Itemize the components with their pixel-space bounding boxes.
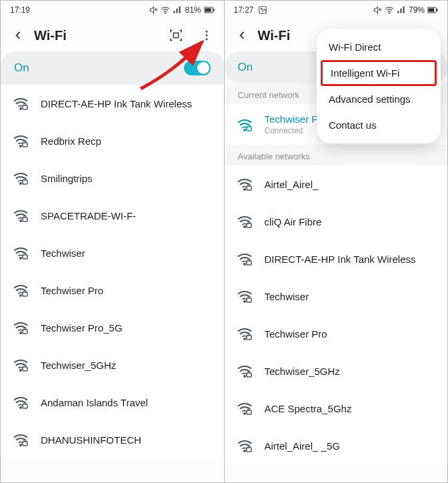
status-time: 17:19 — [10, 5, 30, 15]
network-row[interactable]: Techwiser — [1, 234, 224, 272]
mute-icon — [149, 5, 158, 15]
more-menu-button[interactable] — [195, 23, 219, 47]
status-time: 17:27 — [234, 5, 254, 15]
wifi-secure-icon — [11, 281, 30, 300]
network-name: Techwiser Pro — [265, 328, 435, 340]
wifi-secure-icon — [235, 115, 254, 134]
svg-point-53 — [244, 413, 245, 414]
menu-item[interactable]: Wi-Fi Direct — [317, 34, 441, 60]
wifi-secure-icon — [11, 94, 30, 113]
wifi-secure-icon — [11, 131, 30, 150]
wifi-secure-icon — [235, 287, 254, 306]
svg-rect-27 — [23, 404, 27, 408]
network-row[interactable]: cliQ Air Fibre — [225, 203, 448, 240]
wifi-secure-icon — [11, 393, 30, 412]
svg-point-18 — [20, 258, 21, 259]
svg-point-47 — [244, 301, 245, 302]
svg-point-45 — [244, 264, 245, 265]
network-row[interactable]: Airtel_Airel_ _5G — [225, 427, 448, 464]
network-name: Techwiser_5GHz — [265, 366, 435, 377]
network-row[interactable]: DIRECT-AE-HP Ink Tank Wireless — [225, 240, 448, 278]
network-row[interactable]: Techwiser — [225, 278, 448, 315]
svg-point-8 — [205, 35, 207, 37]
svg-rect-54 — [247, 410, 251, 414]
wifi-toggle-label: On — [238, 61, 253, 74]
network-name: Techwiser — [265, 291, 435, 302]
wifi-secure-icon — [235, 212, 254, 231]
status-bar: 17:27 79% — [225, 1, 448, 19]
back-button[interactable] — [9, 26, 27, 45]
svg-point-2 — [165, 13, 166, 13]
wifi-secure-icon — [11, 318, 30, 337]
network-name: Redbrix Recp — [41, 135, 211, 147]
svg-rect-25 — [23, 367, 27, 371]
network-row[interactable]: Airtel_Airel_ — [225, 165, 448, 203]
menu-item[interactable]: Advanced settings — [317, 86, 441, 112]
network-name: SPACETRADE-WI-F- — [41, 210, 211, 221]
network-row[interactable]: Redbrix Recp — [1, 122, 224, 159]
svg-rect-29 — [23, 442, 27, 446]
svg-rect-56 — [247, 448, 251, 452]
network-row[interactable]: Techwiser Pro_5G — [1, 309, 224, 346]
svg-rect-39 — [247, 127, 251, 131]
svg-point-49 — [244, 338, 245, 340]
header: Wi-Fi — [1, 19, 224, 51]
battery-icon — [204, 7, 215, 13]
network-name: Smilingtrips — [41, 173, 211, 184]
menu-item[interactable]: Contact us — [317, 112, 441, 138]
qr-scan-button[interactable] — [164, 23, 188, 47]
wifi-icon — [161, 5, 170, 15]
network-name: Techwiser Pro_5G — [41, 322, 211, 334]
wifi-toggle-switch[interactable] — [184, 61, 211, 75]
network-name: Techwiser_5GHz — [41, 360, 211, 371]
network-name: Andaman Islands Travel — [41, 397, 211, 408]
signal-icon — [173, 5, 182, 15]
svg-rect-48 — [247, 298, 251, 302]
svg-rect-4 — [205, 8, 211, 11]
network-name: Techwiser Pro — [41, 285, 211, 296]
network-row[interactable]: SPACETRADE-WI-F- — [1, 197, 224, 234]
network-row[interactable]: Techwiser_5GHz — [1, 346, 224, 384]
wifi-secure-icon — [235, 324, 254, 343]
network-row[interactable]: Techwiser Pro — [225, 315, 448, 352]
mute-icon — [373, 5, 382, 15]
network-row[interactable]: Techwiser Pro — [1, 272, 224, 309]
network-row[interactable]: Andaman Islands Travel — [1, 384, 224, 421]
menu-item[interactable]: Intelligent Wi-Fi — [321, 60, 437, 86]
network-name: DIRECT-AE-HP Ink Tank Wireless — [41, 98, 211, 109]
network-row[interactable]: ACE Spectra_5Ghz — [225, 390, 448, 427]
network-list-left: DIRECT-AE-HP Ink Tank WirelessRedbrix Re… — [1, 85, 224, 482]
svg-point-51 — [244, 376, 245, 377]
svg-rect-11 — [23, 105, 27, 109]
wifi-secure-icon — [235, 250, 254, 268]
svg-point-26 — [20, 407, 21, 408]
svg-point-10 — [20, 108, 21, 109]
svg-point-16 — [20, 220, 21, 221]
svg-rect-52 — [247, 373, 251, 377]
wifi-secure-icon — [11, 206, 30, 225]
wifi-icon — [385, 5, 394, 15]
network-row[interactable]: DHANUSHINFOTECH — [1, 421, 224, 458]
network-row[interactable]: DIRECT-AE-HP Ink Tank Wireless — [1, 85, 224, 122]
signal-icon — [397, 5, 406, 15]
svg-point-38 — [244, 129, 245, 131]
network-row[interactable]: Smilingtrips — [1, 159, 224, 197]
wifi-toggle-section[interactable]: On — [1, 51, 224, 85]
svg-rect-37 — [437, 9, 437, 11]
back-button[interactable] — [233, 26, 251, 45]
svg-rect-17 — [23, 217, 27, 221]
svg-rect-44 — [247, 223, 251, 227]
svg-point-34 — [389, 13, 389, 13]
network-row[interactable]: Techwiser_5GHz — [225, 352, 448, 390]
network-name: DIRECT-AE-HP Ink Tank Wireless — [265, 254, 435, 265]
svg-rect-36 — [428, 8, 434, 11]
svg-point-12 — [20, 145, 21, 147]
svg-point-28 — [20, 444, 21, 446]
network-name: cliQ Air Fibre — [265, 216, 435, 227]
svg-point-14 — [20, 183, 21, 184]
network-name: Airtel_Airel_ — [265, 179, 435, 190]
wifi-toggle-label: On — [14, 61, 29, 75]
wifi-secure-icon — [11, 356, 30, 374]
battery-icon — [427, 7, 438, 13]
network-name: Airtel_Airel_ _5G — [265, 440, 435, 452]
